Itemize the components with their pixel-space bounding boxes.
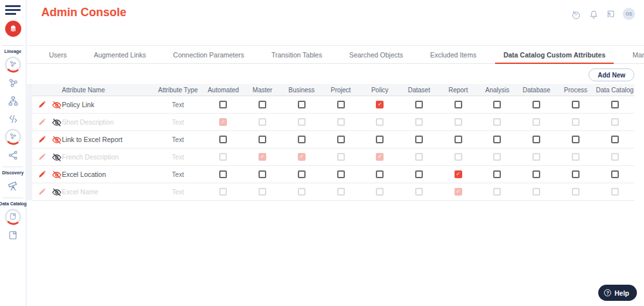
checkbox-process[interactable] [572, 101, 580, 108]
checkbox-dataset[interactable] [415, 136, 423, 143]
checkbox-data-catalog[interactable] [611, 153, 619, 161]
hide-eye-slash-icon[interactable] [52, 170, 61, 179]
hide-eye-slash-icon[interactable] [52, 135, 61, 145]
checkbox-master[interactable] [259, 118, 266, 126]
discovery-telescope-icon[interactable] [3, 177, 23, 195]
edit-pencil-icon[interactable] [37, 135, 47, 145]
checkbox-data-catalog[interactable] [611, 118, 619, 126]
edit-pencil-icon[interactable] [37, 170, 47, 179]
release-notes-icon[interactable] [605, 8, 616, 19]
checkbox-report[interactable] [454, 136, 462, 143]
tab-searched-objects[interactable]: Searched Objects [336, 46, 416, 63]
checkbox-process[interactable] [572, 136, 580, 143]
checkbox-master[interactable]: ✓ [259, 153, 266, 161]
tab-data-catalog-custom-attributes[interactable]: Data Catalog Custom Attributes [490, 46, 619, 63]
data-catalog-icon[interactable] [3, 208, 23, 226]
edit-pencil-icon[interactable] [37, 187, 47, 197]
tab-augmented-links[interactable]: Augmented Links [80, 46, 159, 63]
checkbox-database[interactable] [532, 101, 540, 108]
hide-eye-slash-icon[interactable] [52, 100, 61, 110]
checkbox-report[interactable]: ✓ [454, 188, 462, 196]
checkbox-analysis[interactable] [493, 153, 501, 161]
checkbox-policy[interactable] [376, 170, 384, 178]
checkbox-data-catalog[interactable] [611, 136, 619, 143]
menu-hamburger-icon[interactable] [5, 5, 21, 15]
checkbox-project[interactable] [337, 153, 345, 161]
checkbox-dataset[interactable] [415, 101, 423, 108]
checkbox-master[interactable] [259, 101, 266, 108]
checkbox-analysis[interactable] [493, 118, 501, 126]
tab-manage-data-catalog-assets[interactable]: Manage Data Catalog Assets [619, 46, 644, 63]
checkbox-report[interactable] [454, 101, 462, 108]
checkbox-process[interactable] [572, 188, 580, 196]
tab-transition-tables[interactable]: Transition Tables [258, 46, 336, 63]
inner-lineage-icon[interactable] [3, 128, 23, 146]
checkbox-business[interactable] [298, 188, 306, 196]
checkbox-data-catalog[interactable] [611, 188, 619, 196]
catalog-assets-icon[interactable] [3, 226, 23, 244]
checkbox-database[interactable] [532, 136, 540, 143]
checkbox-policy[interactable] [376, 136, 384, 143]
checkbox-analysis[interactable] [493, 101, 501, 108]
checkbox-automated[interactable] [219, 136, 227, 143]
checkbox-policy[interactable]: ✓ [376, 153, 384, 161]
checkbox-master[interactable] [259, 188, 266, 196]
checkbox-project[interactable] [337, 101, 345, 108]
checkbox-business[interactable] [298, 136, 306, 143]
edit-pencil-icon[interactable] [37, 100, 47, 110]
compare-code-icon[interactable] [3, 110, 23, 128]
checkbox-automated[interactable]: ✓ [219, 118, 227, 126]
checkbox-automated[interactable] [219, 170, 227, 178]
history-icon[interactable] [571, 8, 581, 19]
checkbox-process[interactable] [572, 118, 580, 126]
checkbox-business[interactable]: ✓ [298, 153, 306, 161]
checkbox-dataset[interactable] [415, 153, 423, 161]
checkbox-project[interactable] [337, 170, 345, 178]
add-new-button[interactable]: Add New [589, 68, 634, 81]
user-avatar[interactable]: OS [623, 8, 635, 20]
checkbox-automated[interactable] [219, 188, 227, 196]
checkbox-dataset[interactable] [415, 170, 423, 178]
help-button[interactable]: ? Help [598, 285, 637, 301]
checkbox-project[interactable] [337, 136, 345, 143]
checkbox-database[interactable] [532, 170, 540, 178]
edit-pencil-icon[interactable] [37, 117, 47, 127]
notifications-bell-icon[interactable] [588, 8, 599, 19]
checkbox-automated[interactable] [219, 101, 227, 108]
checkbox-database[interactable] [532, 118, 540, 126]
hide-eye-slash-icon[interactable] [52, 117, 61, 127]
checkbox-policy[interactable]: ✓ [376, 101, 384, 108]
hierarchy-icon[interactable] [3, 92, 23, 110]
checkbox-report[interactable]: ✓ [454, 170, 462, 178]
checkbox-data-catalog[interactable] [611, 170, 619, 178]
checkbox-automated[interactable] [219, 153, 227, 161]
checkbox-business[interactable] [298, 101, 306, 108]
lineage-map-icon[interactable] [3, 56, 23, 74]
checkbox-process[interactable] [572, 170, 580, 178]
checkbox-business[interactable] [298, 170, 306, 178]
tab-users[interactable]: Users [35, 46, 80, 63]
checkbox-analysis[interactable] [493, 188, 501, 196]
checkbox-database[interactable] [532, 153, 540, 161]
octopus-logo-icon[interactable] [5, 21, 21, 37]
checkbox-database[interactable] [532, 188, 540, 196]
checkbox-business[interactable] [298, 118, 306, 126]
checkbox-project[interactable] [337, 188, 345, 196]
checkbox-report[interactable] [454, 153, 462, 161]
checkbox-report[interactable] [454, 118, 462, 126]
tab-connection-parameters[interactable]: Connection Parameters [160, 46, 258, 63]
checkbox-master[interactable] [259, 170, 266, 178]
cross-system-lineage-icon[interactable] [3, 146, 23, 164]
checkbox-analysis[interactable] [493, 136, 501, 143]
checkbox-policy[interactable] [376, 118, 384, 126]
edit-pencil-icon[interactable] [37, 152, 47, 162]
checkbox-data-catalog[interactable] [611, 101, 619, 108]
hide-eye-slash-icon[interactable] [52, 187, 61, 197]
checkbox-dataset[interactable] [415, 188, 423, 196]
hide-eye-slash-icon[interactable] [52, 152, 61, 162]
augmented-lineage-icon[interactable] [3, 74, 23, 92]
tab-excluded-items[interactable]: Excluded Items [416, 46, 490, 63]
checkbox-process[interactable] [572, 153, 580, 161]
checkbox-dataset[interactable] [415, 118, 423, 126]
checkbox-master[interactable] [259, 136, 266, 143]
